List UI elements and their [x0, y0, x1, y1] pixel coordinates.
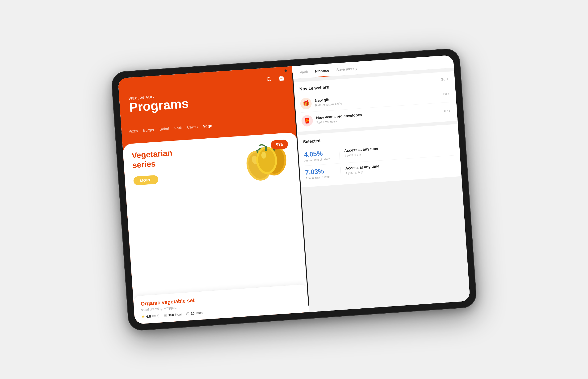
right-content: Novice welfare Go 🎁 — [293, 68, 470, 312]
svg-line-1 — [270, 80, 271, 81]
product-rating: ★ 4.8 (345) — [141, 313, 159, 319]
categories-row: Pizza Burger Salad Fruit Cakes Vege — [128, 117, 296, 134]
svg-rect-16 — [165, 315, 165, 316]
novice-title: Novice welfare — [299, 85, 329, 92]
product-card: Organic vegetable set salad dressing, wh… — [133, 284, 309, 324]
veg-series-title: Vegetarian series — [131, 148, 173, 170]
selected-section: Selected 4.05% Annual rate of return Acc… — [297, 124, 461, 187]
search-icon[interactable] — [264, 75, 273, 84]
rate-value-2: 7.03% — [305, 167, 336, 176]
novice-welfare-section: Novice welfare Go 🎁 — [293, 71, 457, 132]
inv-rate-2: 7.03% Annual rate of return — [305, 167, 336, 180]
cat-cakes[interactable]: Cakes — [187, 125, 198, 129]
rating-value: 4.8 — [146, 314, 151, 318]
envelope-go-link[interactable]: Go — [444, 109, 451, 113]
cat-vege[interactable]: Vege — [203, 123, 212, 129]
inv-rate-1: 4.05% Annual rate of return — [304, 149, 335, 162]
tablet-screen: WED, 29 AUG Programs Pizza Burger Salad … — [118, 55, 470, 324]
novice-go-link[interactable]: Go — [441, 77, 449, 81]
price-badge: $75 — [271, 139, 288, 150]
calories-info: 168 Kcal — [163, 312, 182, 317]
calories-unit: Kcal — [175, 312, 182, 316]
tab-save-money[interactable]: Save money — [336, 66, 358, 76]
more-button[interactable]: MORE — [133, 175, 159, 185]
gift-go-link[interactable]: Go — [443, 92, 450, 96]
time-unit: Mins — [195, 311, 203, 315]
left-panel: WED, 29 AUG Programs Pizza Burger Salad … — [118, 66, 309, 324]
cat-pizza[interactable]: Pizza — [129, 129, 138, 134]
food-card: Vegetarian series $75 — [122, 132, 309, 324]
svg-rect-17 — [166, 314, 166, 316]
camera — [284, 69, 287, 72]
star-icon: ★ — [141, 314, 145, 319]
cat-burger[interactable]: Burger — [143, 127, 154, 132]
tab-vault[interactable]: Vault — [300, 70, 308, 78]
rating-count: (345) — [152, 314, 159, 318]
inv-divider-2 — [340, 167, 341, 178]
right-panel: Vault Finance Save money Novice welfare … — [292, 55, 470, 312]
tablet-body: WED, 29 AUG Programs Pizza Burger Salad … — [111, 48, 477, 331]
gift-icon-wrap: 🎁 — [300, 97, 312, 109]
calories-value: 168 — [168, 313, 174, 317]
rate-value-1: 4.05% — [304, 149, 335, 158]
header: WED, 29 AUG Programs — [129, 92, 189, 114]
inv-divider-1 — [339, 149, 340, 160]
cat-fruit[interactable]: Fruit — [174, 126, 182, 130]
envelope-icon: 🧧 — [304, 117, 311, 124]
time-info: 10 Mins — [186, 311, 203, 316]
envelope-icon-wrap: 🧧 — [301, 114, 313, 126]
gift-icon: 🎁 — [303, 100, 310, 107]
cart-icon[interactable] — [277, 74, 286, 83]
tab-finance[interactable]: Finance — [315, 68, 330, 77]
svg-rect-15 — [164, 314, 167, 317]
top-bar — [264, 74, 286, 84]
time-value: 10 — [191, 311, 195, 315]
tablet: WED, 29 AUG Programs Pizza Burger Salad … — [111, 48, 477, 331]
cat-salad[interactable]: Salad — [159, 126, 169, 131]
